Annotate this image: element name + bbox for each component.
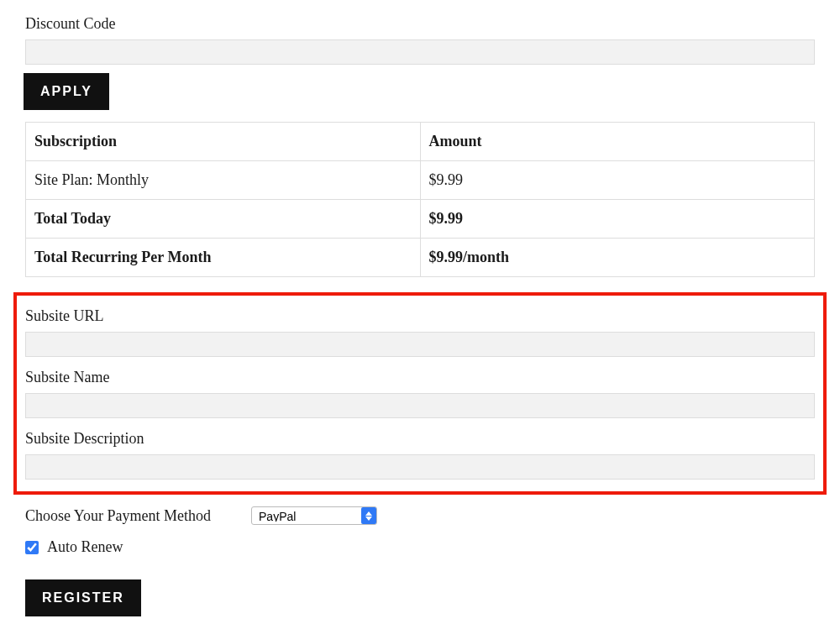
subsite-url-input[interactable] xyxy=(25,332,815,357)
subsite-url-group: Subsite URL xyxy=(25,307,815,357)
payment-method-select-wrap: PayPal xyxy=(251,506,377,525)
cell-amount: $9.99 xyxy=(420,200,815,239)
discount-code-section: Discount Code APPLY xyxy=(25,15,815,110)
col-subscription: Subscription xyxy=(26,123,421,161)
table-header-row: Subscription Amount xyxy=(26,123,815,161)
subsite-desc-label: Subsite Description xyxy=(25,430,815,448)
auto-renew-label: Auto Renew xyxy=(47,538,123,556)
subsite-url-label: Subsite URL xyxy=(25,307,815,325)
register-button[interactable]: REGISTER xyxy=(25,579,141,616)
table-row: Total Recurring Per Month $9.99/month xyxy=(26,239,815,277)
auto-renew-checkbox[interactable] xyxy=(25,541,39,554)
cell-amount: $9.99/month xyxy=(420,239,815,277)
subsite-name-input[interactable] xyxy=(25,393,815,418)
cell-subscription: Total Today xyxy=(26,200,421,239)
payment-method-select[interactable]: PayPal xyxy=(251,506,377,525)
col-amount: Amount xyxy=(420,123,815,161)
subsite-name-group: Subsite Name xyxy=(25,369,815,418)
table-row: Site Plan: Monthly $9.99 xyxy=(26,161,815,200)
cell-subscription: Total Recurring Per Month xyxy=(26,239,421,277)
discount-code-input[interactable] xyxy=(25,39,815,65)
cell-amount: $9.99 xyxy=(420,161,815,200)
discount-code-label: Discount Code xyxy=(25,15,815,33)
apply-button[interactable]: APPLY xyxy=(24,73,109,110)
table-row: Total Today $9.99 xyxy=(26,200,815,239)
subsite-name-label: Subsite Name xyxy=(25,369,815,386)
cell-subscription: Site Plan: Monthly xyxy=(26,161,421,200)
subsite-desc-group: Subsite Description xyxy=(25,430,815,480)
payment-method-row: Choose Your Payment Method PayPal xyxy=(25,506,815,525)
subsite-highlight-box: Subsite URL Subsite Name Subsite Descrip… xyxy=(13,292,827,495)
auto-renew-row: Auto Renew xyxy=(25,538,815,556)
subscription-table: Subscription Amount Site Plan: Monthly $… xyxy=(25,122,815,277)
subsite-desc-input[interactable] xyxy=(25,454,815,480)
payment-method-label: Choose Your Payment Method xyxy=(25,507,211,525)
